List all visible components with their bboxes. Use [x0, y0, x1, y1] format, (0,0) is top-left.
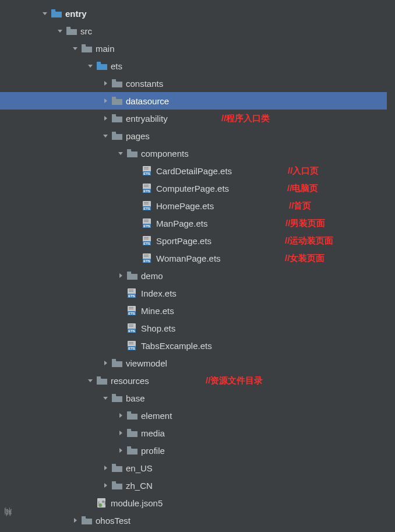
annotation-comment: //入口页	[288, 165, 319, 177]
svg-rect-12	[144, 167, 149, 168]
json5-icon	[96, 498, 108, 508]
chevron-down-icon[interactable]	[115, 150, 126, 156]
chevron-down-icon[interactable]	[70, 45, 80, 51]
folder-icon	[111, 481, 124, 490]
chevron-right-icon[interactable]	[115, 413, 126, 418]
tree-row[interactable]: zh_CN	[16, 477, 395, 494]
project-tree[interactable]: entrysrcmainetsconstantsdatasourceentrya…	[0, 0, 395, 529]
chevron-down-icon[interactable]	[85, 63, 96, 69]
tree-row[interactable]: ets	[16, 57, 395, 75]
svg-text:ETS: ETS	[143, 207, 150, 210]
folder-icon	[80, 44, 93, 53]
chevron-down-icon[interactable]	[40, 10, 50, 16]
svg-text:ETS: ETS	[143, 172, 150, 175]
chevron-right-icon[interactable]	[100, 115, 111, 121]
chevron-down-icon[interactable]	[100, 133, 111, 139]
tree-row[interactable]: viewmodel	[16, 354, 395, 372]
svg-rect-63	[127, 411, 131, 413]
chevron-right-icon[interactable]	[100, 98, 111, 104]
tree-row[interactable]: profile	[16, 442, 395, 459]
svg-rect-54	[129, 326, 133, 327]
svg-rect-53	[129, 325, 133, 325]
tree-item-label: WomanPage.ets	[154, 253, 221, 263]
tree-item-label: entry	[63, 9, 87, 19]
tree-row[interactable]: entryability//程序入口类	[16, 110, 395, 127]
svg-text:ETS: ETS	[128, 312, 135, 315]
svg-rect-17	[144, 185, 149, 185]
tree-row[interactable]: ETSWomanPage.ets//女装页面	[16, 249, 395, 267]
tree-row[interactable]: pages	[16, 127, 395, 145]
annotation-comment: //资源文件目录	[206, 375, 263, 386]
chevron-down-icon[interactable]	[85, 378, 96, 383]
tree-item-label: Shop.ets	[139, 323, 175, 333]
svg-text:ETS: ETS	[143, 189, 150, 193]
annotation-comment: //首页	[289, 200, 311, 212]
chevron-right-icon[interactable]	[70, 517, 80, 523]
svg-rect-22	[144, 202, 149, 203]
tree-item-label: SportPage.ets	[154, 236, 211, 246]
tree-row[interactable]: ETSManPage.ets//男装页面	[16, 214, 395, 232]
tree-row[interactable]: entry	[16, 5, 395, 22]
svg-rect-65	[127, 446, 131, 448]
tree-row[interactable]: datasource	[0, 92, 387, 110]
tree-row[interactable]: main	[16, 40, 395, 57]
annotation-comment: //运动装页面	[285, 235, 333, 246]
folder-icon	[111, 79, 124, 88]
tree-row[interactable]: ETSMine.ets	[16, 302, 395, 319]
tree-row[interactable]: ETSIndex.ets	[16, 284, 395, 302]
chevron-right-icon[interactable]	[100, 465, 111, 471]
svg-rect-62	[112, 394, 116, 396]
tree-item-label: entryability	[124, 114, 168, 124]
svg-rect-7	[112, 132, 116, 133]
svg-rect-23	[144, 204, 149, 205]
chevron-right-icon[interactable]	[100, 482, 111, 488]
structure-tab-label[interactable]: 结构	[2, 520, 13, 523]
tree-row[interactable]: resources//资源文件目录	[16, 372, 395, 389]
tree-row[interactable]: ETSShop.ets	[16, 319, 395, 337]
tree-item-label: demo	[139, 271, 163, 281]
tree-row[interactable]: ETSHomePage.ets//首页	[16, 197, 395, 214]
svg-rect-0	[51, 9, 55, 11]
tree-item-label: zh_CN	[124, 481, 153, 491]
svg-rect-6	[112, 114, 116, 116]
svg-rect-67	[112, 481, 116, 483]
svg-text:ETS: ETS	[128, 294, 135, 298]
tree-item-label: src	[78, 26, 92, 36]
tree-row[interactable]: ETSCardDetailPage.ets//入口页	[16, 162, 395, 179]
tree-row[interactable]: element	[16, 407, 395, 424]
tree-row[interactable]: ETSSportPage.ets//运动装页面	[16, 232, 395, 249]
svg-rect-32	[144, 237, 149, 238]
folder-icon	[65, 27, 78, 36]
chevron-right-icon[interactable]	[115, 273, 126, 279]
tree-row[interactable]: constants	[16, 75, 395, 92]
svg-rect-60	[112, 359, 116, 361]
tree-row[interactable]: module.json5	[16, 494, 395, 512]
tree-row[interactable]: media	[16, 424, 395, 442]
chevron-right-icon[interactable]	[115, 430, 126, 436]
tree-row[interactable]: components	[16, 145, 395, 162]
tree-row[interactable]: base	[16, 389, 395, 407]
tree-row[interactable]: src	[16, 22, 395, 40]
svg-text:ETS: ETS	[143, 259, 150, 263]
svg-rect-27	[144, 220, 149, 220]
svg-rect-49	[129, 309, 133, 309]
tree-item-label: media	[139, 428, 165, 438]
folder-icon	[111, 394, 124, 403]
tree-row[interactable]: en_US	[16, 459, 395, 477]
chevron-down-icon[interactable]	[55, 28, 65, 34]
svg-rect-64	[127, 429, 131, 431]
chevron-right-icon[interactable]	[115, 448, 126, 453]
tree-row[interactable]: ohosTest	[16, 512, 395, 529]
tree-item-label: ComputerPage.ets	[154, 184, 229, 193]
svg-rect-8	[127, 149, 131, 151]
chevron-right-icon[interactable]	[100, 80, 111, 86]
tree-row[interactable]: ETSComputerPage.ets//电脑页	[16, 179, 395, 197]
chevron-down-icon[interactable]	[100, 395, 111, 401]
tree-row[interactable]: demo	[16, 267, 395, 284]
tree-row[interactable]: ETSTabsExcample.ets	[16, 337, 395, 354]
folder-icon	[126, 149, 139, 158]
annotation-comment: //女装页面	[285, 253, 325, 264]
tree-item-label: datasource	[124, 96, 169, 106]
chevron-right-icon[interactable]	[100, 360, 111, 366]
ets-icon: ETS	[141, 165, 154, 176]
